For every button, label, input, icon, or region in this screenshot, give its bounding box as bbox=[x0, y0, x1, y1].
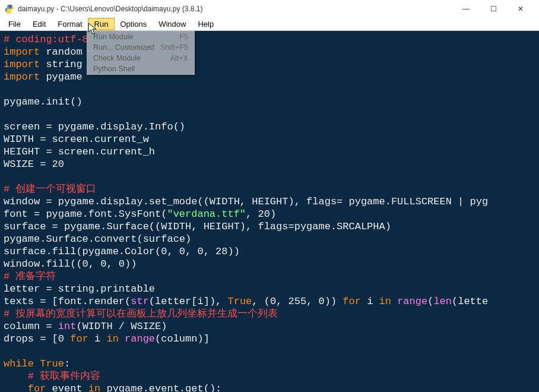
menuitem-python-shell[interactable]: Python Shell bbox=[87, 64, 194, 74]
menuitem-label: Check Module bbox=[93, 54, 141, 62]
menuitem-shortcut: Shift+F5 bbox=[160, 43, 188, 52]
close-button[interactable]: ✕ bbox=[507, 0, 534, 18]
menuitem-run-customized[interactable]: Run... Customized Shift+F5 bbox=[87, 42, 194, 53]
menu-file[interactable]: File bbox=[2, 18, 27, 30]
menubar: File Edit Format Run Options Window Help bbox=[0, 18, 539, 31]
run-menu-dropdown: Run Module F5 Run... Customized Shift+F5… bbox=[87, 31, 195, 75]
titlebar: daimayu.py - C:\Users\Lenovo\Desktop\dai… bbox=[0, 0, 539, 18]
minimize-button[interactable]: — bbox=[452, 0, 480, 18]
window-title: daimayu.py - C:\Users\Lenovo\Desktop\dai… bbox=[18, 5, 452, 13]
menu-format[interactable]: Format bbox=[52, 18, 88, 30]
menuitem-run-module[interactable]: Run Module F5 bbox=[87, 31, 194, 42]
menu-run[interactable]: Run bbox=[88, 18, 115, 30]
code-content: # coding:utf-8 import random import stri… bbox=[0, 31, 539, 392]
maximize-button[interactable]: ☐ bbox=[480, 0, 507, 18]
menuitem-shortcut: F5 bbox=[179, 33, 188, 41]
menu-options[interactable]: Options bbox=[114, 18, 153, 30]
menuitem-shortcut: Alt+X bbox=[170, 54, 188, 62]
menu-edit[interactable]: Edit bbox=[27, 18, 52, 30]
svg-point-1 bbox=[11, 11, 12, 12]
svg-point-0 bbox=[8, 5, 9, 7]
code-editor[interactable]: # coding:utf-8 import random import stri… bbox=[0, 31, 539, 392]
menu-window[interactable]: Window bbox=[153, 18, 192, 30]
menuitem-label: Run... Customized bbox=[93, 43, 154, 52]
menuitem-label: Python Shell bbox=[93, 65, 135, 73]
window-controls: — ☐ ✕ bbox=[452, 0, 534, 18]
menuitem-label: Run Module bbox=[93, 33, 133, 41]
menuitem-check-module[interactable]: Check Module Alt+X bbox=[87, 53, 194, 64]
app-icon bbox=[5, 4, 14, 14]
menu-help[interactable]: Help bbox=[192, 18, 220, 30]
